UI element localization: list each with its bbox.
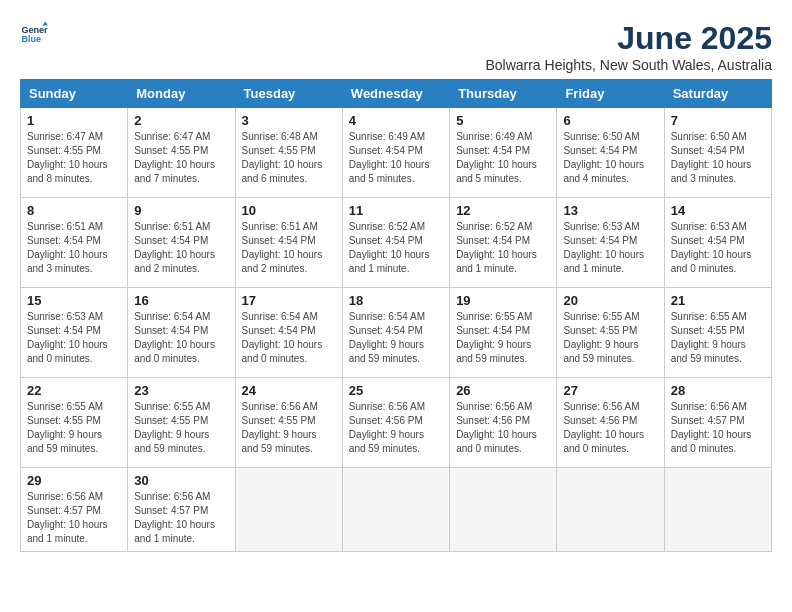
calendar-cell: 8 Sunrise: 6:51 AM Sunset: 4:54 PM Dayli… — [21, 198, 128, 288]
calendar-cell: 15 Sunrise: 6:53 AM Sunset: 4:54 PM Dayl… — [21, 288, 128, 378]
day-info: Sunrise: 6:55 AM Sunset: 4:55 PM Dayligh… — [134, 400, 228, 456]
calendar-cell: 11 Sunrise: 6:52 AM Sunset: 4:54 PM Dayl… — [342, 198, 449, 288]
calendar-cell: 5 Sunrise: 6:49 AM Sunset: 4:54 PM Dayli… — [450, 108, 557, 198]
calendar-cell: 16 Sunrise: 6:54 AM Sunset: 4:54 PM Dayl… — [128, 288, 235, 378]
day-info: Sunrise: 6:53 AM Sunset: 4:54 PM Dayligh… — [27, 310, 121, 366]
day-number: 6 — [563, 113, 657, 128]
calendar-cell: 27 Sunrise: 6:56 AM Sunset: 4:56 PM Dayl… — [557, 378, 664, 468]
day-info: Sunrise: 6:55 AM Sunset: 4:55 PM Dayligh… — [563, 310, 657, 366]
page-header: General Blue June 2025 Bolwarra Heights,… — [20, 20, 772, 73]
svg-text:General: General — [21, 25, 48, 35]
day-number: 21 — [671, 293, 765, 308]
location-title: Bolwarra Heights, New South Wales, Austr… — [485, 57, 772, 73]
calendar-week-3: 15 Sunrise: 6:53 AM Sunset: 4:54 PM Dayl… — [21, 288, 772, 378]
calendar-cell: 4 Sunrise: 6:49 AM Sunset: 4:54 PM Dayli… — [342, 108, 449, 198]
day-info: Sunrise: 6:50 AM Sunset: 4:54 PM Dayligh… — [671, 130, 765, 186]
calendar-cell: 2 Sunrise: 6:47 AM Sunset: 4:55 PM Dayli… — [128, 108, 235, 198]
day-info: Sunrise: 6:54 AM Sunset: 4:54 PM Dayligh… — [242, 310, 336, 366]
day-number: 19 — [456, 293, 550, 308]
calendar-cell: 19 Sunrise: 6:55 AM Sunset: 4:54 PM Dayl… — [450, 288, 557, 378]
day-number: 25 — [349, 383, 443, 398]
day-number: 23 — [134, 383, 228, 398]
day-number: 5 — [456, 113, 550, 128]
day-info: Sunrise: 6:51 AM Sunset: 4:54 PM Dayligh… — [27, 220, 121, 276]
calendar-week-5: 29 Sunrise: 6:56 AM Sunset: 4:57 PM Dayl… — [21, 468, 772, 552]
title-area: June 2025 Bolwarra Heights, New South Wa… — [485, 20, 772, 73]
day-info: Sunrise: 6:56 AM Sunset: 4:57 PM Dayligh… — [27, 490, 121, 546]
day-info: Sunrise: 6:56 AM Sunset: 4:55 PM Dayligh… — [242, 400, 336, 456]
day-info: Sunrise: 6:56 AM Sunset: 4:56 PM Dayligh… — [563, 400, 657, 456]
calendar-cell: 26 Sunrise: 6:56 AM Sunset: 4:56 PM Dayl… — [450, 378, 557, 468]
weekday-header-wednesday: Wednesday — [342, 80, 449, 108]
day-number: 11 — [349, 203, 443, 218]
calendar-cell: 23 Sunrise: 6:55 AM Sunset: 4:55 PM Dayl… — [128, 378, 235, 468]
day-number: 17 — [242, 293, 336, 308]
logo: General Blue — [20, 20, 48, 48]
day-number: 20 — [563, 293, 657, 308]
day-info: Sunrise: 6:51 AM Sunset: 4:54 PM Dayligh… — [134, 220, 228, 276]
day-number: 29 — [27, 473, 121, 488]
day-number: 18 — [349, 293, 443, 308]
calendar-cell — [342, 468, 449, 552]
weekday-header-row: SundayMondayTuesdayWednesdayThursdayFrid… — [21, 80, 772, 108]
day-info: Sunrise: 6:50 AM Sunset: 4:54 PM Dayligh… — [563, 130, 657, 186]
calendar-week-4: 22 Sunrise: 6:55 AM Sunset: 4:55 PM Dayl… — [21, 378, 772, 468]
calendar-cell: 6 Sunrise: 6:50 AM Sunset: 4:54 PM Dayli… — [557, 108, 664, 198]
day-info: Sunrise: 6:52 AM Sunset: 4:54 PM Dayligh… — [456, 220, 550, 276]
day-number: 10 — [242, 203, 336, 218]
calendar-cell: 3 Sunrise: 6:48 AM Sunset: 4:55 PM Dayli… — [235, 108, 342, 198]
day-info: Sunrise: 6:47 AM Sunset: 4:55 PM Dayligh… — [134, 130, 228, 186]
day-number: 24 — [242, 383, 336, 398]
calendar-cell: 14 Sunrise: 6:53 AM Sunset: 4:54 PM Dayl… — [664, 198, 771, 288]
calendar-table: SundayMondayTuesdayWednesdayThursdayFrid… — [20, 79, 772, 552]
day-number: 26 — [456, 383, 550, 398]
calendar-cell: 18 Sunrise: 6:54 AM Sunset: 4:54 PM Dayl… — [342, 288, 449, 378]
calendar-cell — [235, 468, 342, 552]
month-title: June 2025 — [485, 20, 772, 57]
day-info: Sunrise: 6:54 AM Sunset: 4:54 PM Dayligh… — [349, 310, 443, 366]
calendar-cell: 24 Sunrise: 6:56 AM Sunset: 4:55 PM Dayl… — [235, 378, 342, 468]
weekday-header-monday: Monday — [128, 80, 235, 108]
day-info: Sunrise: 6:48 AM Sunset: 4:55 PM Dayligh… — [242, 130, 336, 186]
day-number: 12 — [456, 203, 550, 218]
day-info: Sunrise: 6:56 AM Sunset: 4:57 PM Dayligh… — [671, 400, 765, 456]
day-number: 2 — [134, 113, 228, 128]
weekday-header-saturday: Saturday — [664, 80, 771, 108]
day-number: 3 — [242, 113, 336, 128]
day-number: 14 — [671, 203, 765, 218]
day-info: Sunrise: 6:49 AM Sunset: 4:54 PM Dayligh… — [349, 130, 443, 186]
calendar-cell: 20 Sunrise: 6:55 AM Sunset: 4:55 PM Dayl… — [557, 288, 664, 378]
day-number: 15 — [27, 293, 121, 308]
weekday-header-sunday: Sunday — [21, 80, 128, 108]
day-info: Sunrise: 6:56 AM Sunset: 4:56 PM Dayligh… — [456, 400, 550, 456]
calendar-cell: 21 Sunrise: 6:55 AM Sunset: 4:55 PM Dayl… — [664, 288, 771, 378]
calendar-cell: 10 Sunrise: 6:51 AM Sunset: 4:54 PM Dayl… — [235, 198, 342, 288]
day-info: Sunrise: 6:53 AM Sunset: 4:54 PM Dayligh… — [671, 220, 765, 276]
calendar-week-1: 1 Sunrise: 6:47 AM Sunset: 4:55 PM Dayli… — [21, 108, 772, 198]
calendar-cell — [664, 468, 771, 552]
day-number: 28 — [671, 383, 765, 398]
day-info: Sunrise: 6:55 AM Sunset: 4:54 PM Dayligh… — [456, 310, 550, 366]
svg-text:Blue: Blue — [21, 34, 41, 44]
calendar-cell: 28 Sunrise: 6:56 AM Sunset: 4:57 PM Dayl… — [664, 378, 771, 468]
day-number: 27 — [563, 383, 657, 398]
calendar-cell: 1 Sunrise: 6:47 AM Sunset: 4:55 PM Dayli… — [21, 108, 128, 198]
calendar-cell: 12 Sunrise: 6:52 AM Sunset: 4:54 PM Dayl… — [450, 198, 557, 288]
logo-icon: General Blue — [20, 20, 48, 48]
day-info: Sunrise: 6:55 AM Sunset: 4:55 PM Dayligh… — [671, 310, 765, 366]
calendar-cell: 13 Sunrise: 6:53 AM Sunset: 4:54 PM Dayl… — [557, 198, 664, 288]
calendar-week-2: 8 Sunrise: 6:51 AM Sunset: 4:54 PM Dayli… — [21, 198, 772, 288]
calendar-cell: 7 Sunrise: 6:50 AM Sunset: 4:54 PM Dayli… — [664, 108, 771, 198]
svg-marker-2 — [42, 21, 48, 25]
calendar-cell: 25 Sunrise: 6:56 AM Sunset: 4:56 PM Dayl… — [342, 378, 449, 468]
day-info: Sunrise: 6:54 AM Sunset: 4:54 PM Dayligh… — [134, 310, 228, 366]
day-number: 16 — [134, 293, 228, 308]
day-number: 22 — [27, 383, 121, 398]
calendar-cell: 29 Sunrise: 6:56 AM Sunset: 4:57 PM Dayl… — [21, 468, 128, 552]
weekday-header-thursday: Thursday — [450, 80, 557, 108]
day-info: Sunrise: 6:56 AM Sunset: 4:57 PM Dayligh… — [134, 490, 228, 546]
day-info: Sunrise: 6:56 AM Sunset: 4:56 PM Dayligh… — [349, 400, 443, 456]
calendar-cell: 30 Sunrise: 6:56 AM Sunset: 4:57 PM Dayl… — [128, 468, 235, 552]
day-number: 8 — [27, 203, 121, 218]
day-info: Sunrise: 6:53 AM Sunset: 4:54 PM Dayligh… — [563, 220, 657, 276]
